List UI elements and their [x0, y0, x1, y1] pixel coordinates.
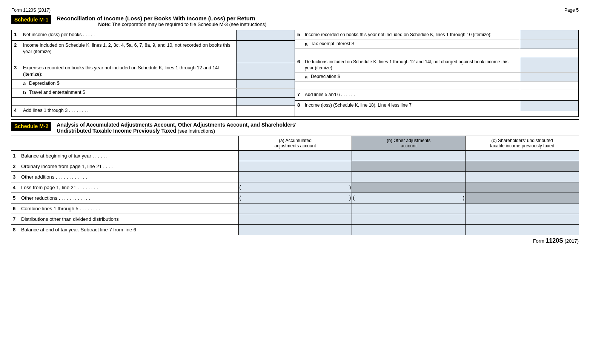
m2-row5-col-a[interactable]: ( ): [238, 193, 352, 203]
m1-line3-total-row: [12, 98, 295, 106]
schedule-m1-title: Reconciliation of Income (Loss) per Book…: [57, 15, 266, 29]
m2-row6-label: 6 Combine lines 1 through 5 . . . . . . …: [11, 203, 238, 214]
m2-row5-col-b[interactable]: ( ): [352, 193, 465, 203]
m1-line5-total-field[interactable]: [520, 49, 578, 57]
m1-line6-text: Deductions included on Schedule K, lines…: [304, 57, 520, 72]
m1-line2-text: Income included on Schedule K, lines 1, …: [22, 41, 236, 63]
m2-col-label-empty: [11, 136, 238, 150]
m2-row2-col-b: [352, 161, 465, 171]
m1-line3b-field[interactable]: [236, 89, 295, 97]
m1-line1-text: Net income (loss) per books . . . . .: [22, 30, 236, 40]
m2-row3-label: 3 Other additions . . . . . . . . . . . …: [11, 172, 238, 182]
m2-row8-col-c[interactable]: [465, 225, 579, 235]
page-number: Page 5: [564, 8, 579, 13]
m2-row6-col-c[interactable]: [465, 203, 579, 214]
m1-line6a-field[interactable]: [520, 73, 578, 81]
m1-line2-field[interactable]: [236, 41, 295, 63]
m2-row8-col-b[interactable]: [352, 225, 465, 235]
m2-col-a-header: (a) Accumulated adjustments account: [238, 136, 352, 150]
form-header: Form 1120S (2017) Page 5: [11, 8, 579, 13]
m1-line-1: 1 Net income (loss) per books . . . . .: [12, 30, 295, 41]
schedule-m2-title-suffix: (see instructions): [178, 128, 215, 134]
m1-line6-sub-total: [295, 82, 578, 90]
m1-line6-num: 6: [295, 57, 304, 72]
m1-line3a-text: Depreciation $: [29, 80, 236, 88]
m1-line-3-header: 3 Expenses recorded on books this year n…: [12, 63, 295, 80]
m2-row7-col-a[interactable]: [238, 214, 352, 224]
m1-line7-field[interactable]: [520, 90, 578, 100]
m2-row7-label: 7 Distributions other than dividend dist…: [11, 214, 238, 224]
m1-line-5-header: 5 Income recorded on books this year not…: [295, 30, 578, 40]
m1-line-8: 8 Income (loss) (Schedule K, line 18). L…: [295, 101, 578, 111]
m1-line5a-field[interactable]: [520, 40, 578, 49]
schedule-m2-title: Analysis of Accumulated Adjustments Acco…: [57, 122, 297, 128]
schedule-m2-title-block: Analysis of Accumulated Adjustments Acco…: [57, 122, 297, 134]
m1-line5-sub-total: [295, 49, 578, 57]
m1-line-6a: a Depreciation $: [295, 73, 578, 82]
m1-line3a-field[interactable]: [236, 80, 295, 88]
m1-line5-field[interactable]: [520, 30, 578, 40]
m1-line5-text: Income recorded on books this year not i…: [304, 30, 520, 40]
m1-line-6-header: 6 Deductions included on Schedule K, lin…: [295, 57, 578, 73]
m2-row1-col-b[interactable]: [352, 151, 465, 161]
m2-rows: 1 Balance at beginning of tax year . . .…: [11, 151, 579, 235]
m2-row5-label: 5 Other reductions . . . . . . . . . . .…: [11, 193, 238, 203]
m2-row2-col-c: [465, 161, 579, 171]
m1-line-5a: a Tax-exempt interest $: [295, 40, 578, 49]
m2-row7-col-b[interactable]: [352, 214, 465, 224]
m2-row1-col-a[interactable]: [238, 151, 352, 161]
m1-line6-total-field[interactable]: [520, 82, 578, 90]
m1-line5-num: 5: [295, 30, 304, 40]
m2-row3-col-b[interactable]: [352, 172, 465, 182]
m1-line6-field[interactable]: [520, 57, 578, 72]
m1-line2-num: 2: [12, 41, 22, 63]
m2-row3-col-c[interactable]: [465, 172, 579, 182]
paren-left-4a: (: [240, 184, 241, 190]
m1-line7-text: Add lines 5 and 6 . . . . . .: [304, 90, 520, 100]
m1-line4-field[interactable]: [236, 106, 295, 116]
schedule-m2-badge: Schedule M-2: [11, 122, 51, 131]
schedule-m1-badge: Schedule M-1: [11, 15, 51, 24]
m1-line8-num: 8: [295, 101, 304, 111]
paren-right-5b: ): [463, 195, 465, 201]
m2-row-5: 5 Other reductions . . . . . . . . . . .…: [11, 193, 579, 203]
m1-line-3b: b Travel and entertainment $: [12, 89, 295, 98]
schedule-m2-title2: Undistributed Taxable Income Previously …: [57, 128, 297, 134]
m1-line3-field-container: [236, 63, 295, 79]
m1-line-3a: a Depreciation $: [12, 80, 295, 89]
m1-line4-num: 4: [12, 106, 22, 116]
m2-row2-col-a[interactable]: [238, 161, 352, 171]
m1-line-7: 7 Add lines 5 and 6 . . . . . .: [295, 90, 578, 101]
paren-right-5a: ): [349, 195, 351, 201]
m2-row-4: 4 Loss from page 1, line 21 . . . . . . …: [11, 182, 579, 193]
form-footer: Form 1120S (2017): [11, 237, 579, 244]
m1-line1-num: 1: [12, 30, 22, 40]
m2-row-7: 7 Distributions other than dividend dist…: [11, 214, 579, 225]
m1-line8-text: Income (loss) (Schedule K, line 18). Lin…: [304, 101, 520, 111]
m2-row6-col-b[interactable]: [352, 203, 465, 214]
schedule-m1-body: 1 Net income (loss) per books . . . . . …: [11, 30, 579, 117]
m2-row6-col-a[interactable]: [238, 203, 352, 214]
m2-row4-col-a[interactable]: ( ): [238, 182, 352, 193]
m2-row1-col-c[interactable]: [465, 151, 579, 161]
m2-col-headers: (a) Accumulated adjustments account (b) …: [11, 136, 579, 151]
m1-line6a-text: Depreciation $: [311, 73, 520, 81]
m2-row7-col-c[interactable]: [465, 214, 579, 224]
m1-line8-field[interactable]: [520, 101, 578, 111]
m1-line7-num: 7: [295, 90, 304, 100]
m2-row3-col-a[interactable]: [238, 172, 352, 182]
schedule-m1-header: Schedule M-1 Reconciliation of Income (L…: [11, 15, 579, 29]
m1-line3-total-field[interactable]: [236, 98, 295, 106]
m1-line1-field[interactable]: [236, 30, 295, 40]
m2-row5-col-c: [465, 193, 579, 203]
m1-line5a-text: Tax-exempt interest $: [311, 40, 520, 49]
paren-right-4a: ): [349, 184, 351, 190]
m2-row8-label: 8 Balance at end of tax year. Subtract l…: [11, 225, 238, 235]
paren-left-5b: (: [353, 195, 355, 201]
m1-line-2: 2 Income included on Schedule K, lines 1…: [12, 41, 295, 63]
m2-row8-col-a[interactable]: [238, 225, 352, 235]
m2-col-b-header: (b) Other adjustments account: [352, 136, 465, 150]
m1-line3a-letter: a: [22, 80, 29, 88]
form-title: Form 1120S (2017): [11, 8, 51, 13]
m2-row1-label: 1 Balance at beginning of tax year . . .…: [11, 151, 238, 161]
